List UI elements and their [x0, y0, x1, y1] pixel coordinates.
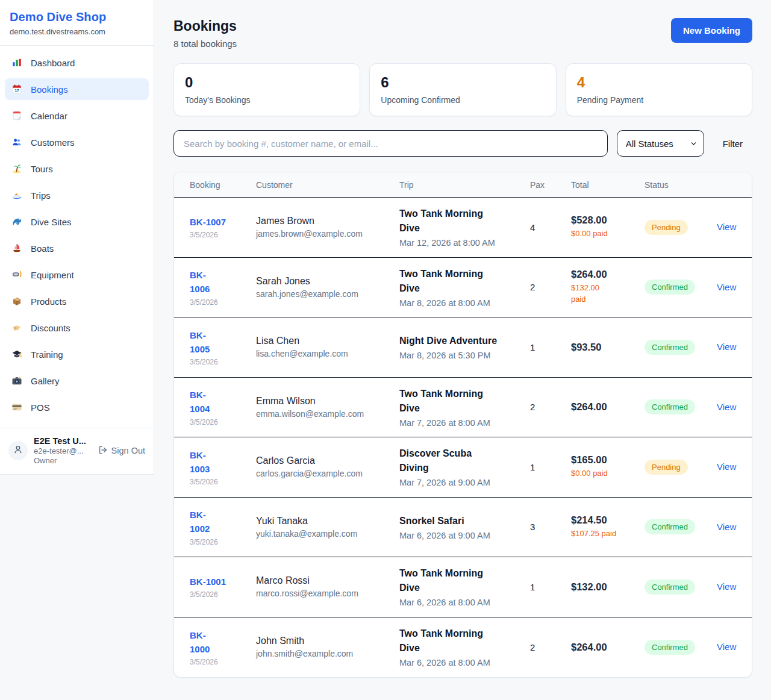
stat-card-pending-payment: 4 Pending Payment: [566, 63, 752, 116]
customer-cell: Carlos Garcia carlos.garcia@example.com: [256, 455, 399, 478]
booking-id-link[interactable]: BK-1007: [190, 215, 226, 229]
total-amount: $264.00: [571, 642, 645, 653]
booking-date: 3/5/2026: [190, 590, 256, 599]
bookings-icon: 17: [11, 84, 23, 95]
customer-cell: John Smith john.smith@example.com: [256, 636, 399, 658]
stats-cards: 0 Today's Bookings 6 Upcoming Confirmed …: [173, 63, 752, 116]
stat-value: 4: [577, 74, 741, 91]
total-cell: $165.00 $0.00 paid: [571, 454, 645, 480]
status-badge: Confirmed: [645, 399, 695, 414]
booking-date: 3/5/2026: [190, 298, 256, 307]
table-row: BK-1007 3/5/2026 James Brown james.brown…: [174, 198, 752, 258]
avatar: [8, 441, 28, 460]
booking-id-link[interactable]: BK- 1005: [190, 328, 210, 357]
column-header-status: Status: [645, 180, 717, 190]
trip-datetime: Mar 6, 2026 at 9:00 AM: [399, 531, 530, 540]
sidebar-item-pos[interactable]: POS: [5, 396, 149, 418]
sidebar-item-equipment[interactable]: Equipment: [5, 264, 149, 286]
view-link[interactable]: View: [717, 642, 736, 652]
equipment-icon: [11, 269, 23, 280]
booking-cell: BK- 1004 3/5/2026: [190, 388, 256, 427]
stat-value: 0: [185, 74, 349, 91]
customer-name: John Smith: [256, 636, 399, 646]
view-link[interactable]: View: [717, 342, 736, 352]
search-input[interactable]: [173, 130, 608, 157]
paid-amount: $132.00 paid: [571, 283, 645, 305]
status-cell: Pending: [645, 220, 717, 235]
user-role: Owner: [34, 456, 92, 465]
booking-id-link[interactable]: BK- 1000: [190, 628, 210, 657]
view-link[interactable]: View: [717, 461, 736, 472]
view-link[interactable]: View: [717, 402, 736, 412]
new-booking-button[interactable]: New Booking: [671, 18, 752, 43]
column-header-booking: Booking: [190, 180, 256, 190]
booking-id-link[interactable]: BK- 1003: [190, 448, 210, 477]
booking-id-link[interactable]: BK- 1006: [190, 268, 210, 296]
sidebar-item-bookings[interactable]: 17 Bookings: [5, 78, 149, 100]
filter-button[interactable]: Filter: [713, 139, 752, 149]
actions-cell: View: [717, 461, 741, 472]
booking-date: 3/5/2026: [190, 658, 256, 666]
table-header-row: Booking Customer Trip Pax Total Status: [174, 172, 752, 198]
customer-cell: Marco Rossi marco.rossi@example.com: [256, 575, 399, 598]
sign-out-button[interactable]: Sign Out: [98, 445, 145, 457]
actions-cell: View: [717, 402, 741, 413]
trip-name: Two Tank Morning Dive: [399, 387, 530, 416]
table-row: BK-1001 3/5/2026 Marco Rossi marco.rossi…: [174, 557, 752, 617]
customer-email: yuki.tanaka@example.com: [256, 529, 399, 539]
view-link[interactable]: View: [717, 282, 736, 292]
trip-name: Two Tank Morning Dive: [399, 627, 530, 655]
booking-cell: BK- 1006 3/5/2026: [190, 268, 256, 307]
stat-value: 6: [381, 74, 545, 91]
sidebar-item-discounts[interactable]: Discounts: [5, 317, 149, 339]
table-row: BK- 1003 3/5/2026 Carlos Garcia carlos.g…: [174, 437, 752, 498]
status-badge: Pending: [645, 220, 688, 235]
page-title: Bookings: [173, 18, 237, 34]
sidebar-item-dive-sites[interactable]: Dive Sites: [5, 211, 149, 233]
actions-cell: View: [717, 222, 741, 233]
view-link[interactable]: View: [717, 222, 736, 232]
sidebar-item-tours[interactable]: Tours: [5, 158, 149, 180]
trip-cell: Two Tank Morning Dive Mar 7, 2026 at 8:0…: [399, 387, 530, 428]
trip-cell: Two Tank Morning Dive Mar 6, 2026 at 8:0…: [399, 627, 530, 667]
booking-id-link[interactable]: BK-1001: [190, 575, 226, 589]
trip-name: Snorkel Safari: [399, 514, 530, 528]
customer-email: john.smith@example.com: [256, 649, 399, 658]
brand: Demo Dive Shop demo.test.divestreams.com: [0, 0, 154, 46]
customer-cell: Yuki Tanaka yuki.tanaka@example.com: [256, 516, 399, 539]
total-cell: $264.00 $132.00 paid: [571, 269, 645, 305]
sidebar: Demo Dive Shop demo.test.divestreams.com…: [0, 0, 154, 475]
customer-name: James Brown: [256, 216, 399, 227]
actions-cell: View: [717, 642, 741, 652]
sign-out-icon: [98, 445, 108, 457]
status-filter-select[interactable]: All Statuses: [617, 130, 704, 157]
sidebar-item-customers[interactable]: Customers: [5, 131, 149, 153]
main-content: Bookings 8 total bookings New Booking 0 …: [154, 0, 771, 695]
pax-value: 1: [530, 342, 571, 352]
person-icon: [13, 444, 23, 457]
sidebar-item-trips[interactable]: Trips: [5, 184, 149, 206]
total-amount: $132.00: [571, 581, 645, 593]
status-cell: Confirmed: [645, 580, 717, 595]
sidebar-item-calendar[interactable]: Calendar: [5, 105, 149, 127]
discounts-icon: [11, 322, 23, 333]
sidebar-item-training[interactable]: Training: [5, 343, 149, 365]
table-row: BK- 1006 3/5/2026 Sarah Jones sarah.jone…: [174, 258, 752, 318]
user-section: E2E Test U... e2e-tester@... Owner Sign …: [0, 428, 154, 474]
app-layout: Demo Dive Shop demo.test.divestreams.com…: [0, 0, 771, 695]
column-header-customer: Customer: [256, 180, 399, 190]
sidebar-item-dashboard[interactable]: Dashboard: [5, 52, 149, 73]
page-title-block: Bookings 8 total bookings: [173, 18, 237, 49]
booking-id-link[interactable]: BK- 1002: [190, 508, 210, 536]
view-link[interactable]: View: [717, 581, 736, 592]
training-icon: [11, 349, 23, 360]
sidebar-item-boats[interactable]: Boats: [5, 237, 149, 259]
trip-name: Two Tank Morning Dive: [399, 207, 530, 236]
booking-date: 3/5/2026: [190, 478, 256, 486]
sidebar-item-products[interactable]: Products: [5, 290, 149, 312]
booking-id-link[interactable]: BK- 1004: [190, 388, 210, 416]
sidebar-item-gallery[interactable]: Gallery: [5, 370, 149, 392]
view-link[interactable]: View: [717, 522, 736, 532]
dashboard-icon: [11, 57, 23, 68]
trip-cell: Two Tank Morning Dive Mar 6, 2026 at 8:0…: [399, 566, 530, 607]
